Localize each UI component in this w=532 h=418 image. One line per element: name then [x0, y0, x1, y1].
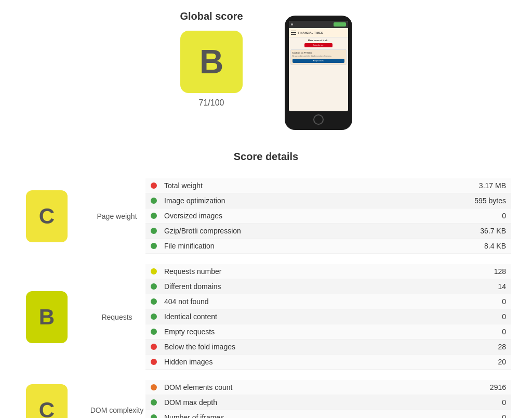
- table-row: Image optimization595 bytes: [145, 193, 511, 208]
- status-dot-green: [151, 314, 157, 320]
- phone-cookie-box: Cookies on FT Sites We use cookies and o…: [290, 49, 347, 65]
- score-details-title: Score details: [21, 151, 511, 163]
- table-row: Total weight3.17 MB: [145, 178, 511, 193]
- score-group-page-weight: CPage weightTotal weight3.17 MBImage opt…: [21, 178, 511, 254]
- global-score-title: Global score: [180, 10, 243, 22]
- status-dot-green: [151, 298, 157, 305]
- group-badge-dom-complexity: C: [26, 384, 68, 418]
- phone-nav: FINANCIAL TIMES: [289, 28, 348, 37]
- row-value: 3.17 MB: [459, 181, 506, 190]
- group-badge-area-page-weight: C: [21, 178, 73, 254]
- page-container: Global score B 71/100 FINANCIAL TIMES: [0, 0, 532, 418]
- status-dot-green: [151, 329, 157, 335]
- row-label: Empty requests: [164, 328, 459, 336]
- phone-accept-btn: Accept cookies: [292, 59, 344, 63]
- score-group-requests: BRequestsRequests number128Different dom…: [21, 264, 511, 370]
- row-label: Gzip/Brotli compression: [164, 227, 459, 235]
- hamburger-icon: [291, 31, 296, 35]
- score-group-dom-complexity: CDOM complexityDOM elements count2916DOM…: [21, 380, 511, 418]
- table-row: File minification8.4 KB: [145, 239, 511, 254]
- row-label: Number of iframes: [164, 413, 459, 418]
- status-dot-green: [151, 243, 157, 249]
- score-groups: CPage weightTotal weight3.17 MBImage opt…: [21, 178, 511, 418]
- phone-battery: [334, 22, 346, 27]
- row-label: Image optimization: [164, 197, 459, 205]
- status-dot-red: [151, 182, 157, 189]
- status-dot-green: [151, 213, 157, 219]
- status-dot-green: [151, 414, 157, 418]
- row-label: Identical content: [164, 312, 459, 321]
- header-section: Global score B 71/100 FINANCIAL TIMES: [21, 10, 511, 130]
- row-value: 0: [459, 413, 506, 418]
- phone-home-button: [313, 114, 324, 125]
- row-value: 0: [459, 398, 506, 407]
- status-dot-green: [151, 283, 157, 290]
- phone-content: Make sense of it all... Subscribe now Co…: [289, 37, 348, 111]
- row-label: Requests number: [164, 267, 459, 276]
- table-row: 404 not found0: [145, 294, 511, 309]
- group-badge-area-dom-complexity: C: [21, 380, 73, 418]
- status-dot-green: [151, 228, 157, 234]
- table-row: Empty requests0: [145, 324, 511, 339]
- phone-screen: FINANCIAL TIMES Make sense of it all... …: [289, 21, 348, 111]
- phone-cookie-title: Cookies on FT Sites: [292, 51, 344, 54]
- row-label: Total weight: [164, 181, 459, 190]
- group-rows-requests: Requests number128Different domains14404…: [145, 264, 511, 370]
- row-value: 28: [459, 343, 506, 351]
- global-score-area: Global score B 71/100: [180, 10, 243, 108]
- table-row: Hidden images20: [145, 355, 511, 370]
- table-row: Number of iframes0: [145, 410, 511, 418]
- status-dot-green: [151, 399, 157, 406]
- table-row: Gzip/Brotli compression36.7 KB: [145, 224, 511, 239]
- score-number: 71/100: [199, 98, 224, 108]
- group-badge-area-requests: B: [21, 264, 73, 370]
- global-score-badge: B: [180, 31, 243, 93]
- table-row: Requests number128: [145, 264, 511, 279]
- row-value: 0: [459, 212, 506, 220]
- group-badge-page-weight: C: [26, 190, 68, 242]
- phone-headline: Make sense of it all...: [290, 39, 347, 42]
- row-label: Below the fold images: [164, 343, 459, 351]
- group-label-dom-complexity: DOM complexity: [83, 380, 145, 418]
- phone-status-dot: [291, 23, 293, 25]
- row-value: 0: [459, 328, 506, 336]
- table-row: Oversized images0: [145, 208, 511, 224]
- group-rows-dom-complexity: DOM elements count2916DOM max depth0Numb…: [145, 380, 511, 418]
- row-label: Oversized images: [164, 212, 459, 220]
- row-value: 20: [459, 358, 506, 366]
- group-label-page-weight: Page weight: [83, 178, 145, 254]
- status-dot-green: [151, 198, 157, 204]
- row-label: File minification: [164, 242, 459, 250]
- group-badge-requests: B: [26, 291, 68, 343]
- row-value: 595 bytes: [459, 197, 506, 205]
- score-letter: B: [200, 43, 223, 81]
- table-row: DOM elements count2916: [145, 380, 511, 395]
- row-value: 14: [459, 282, 506, 291]
- row-label: Different domains: [164, 282, 459, 291]
- table-row: DOM max depth0: [145, 395, 511, 410]
- row-value: 0: [459, 297, 506, 306]
- row-label: Hidden images: [164, 358, 459, 366]
- phone-mockup: FINANCIAL TIMES Make sense of it all... …: [285, 16, 352, 130]
- phone-subscribe-btn: Subscribe now: [304, 43, 332, 47]
- row-value: 2916: [459, 383, 506, 391]
- row-value: 0: [459, 312, 506, 321]
- status-dot-yellow: [151, 268, 157, 275]
- row-value: 8.4 KB: [459, 242, 506, 250]
- table-row: Identical content0: [145, 309, 511, 324]
- phone-cookie-text: We use cookies and other data for a numb…: [292, 55, 344, 57]
- group-label-requests: Requests: [83, 264, 145, 370]
- row-label: DOM max depth: [164, 398, 459, 407]
- table-row: Different domains14: [145, 279, 511, 294]
- phone-top-bar: [289, 21, 348, 28]
- group-rows-page-weight: Total weight3.17 MBImage optimization595…: [145, 178, 511, 254]
- row-label: DOM elements count: [164, 383, 459, 391]
- table-row: Below the fold images28: [145, 339, 511, 355]
- status-dot-red: [151, 344, 157, 350]
- row-label: 404 not found: [164, 297, 459, 306]
- status-dot-red: [151, 359, 157, 365]
- phone-brand-label: FINANCIAL TIMES: [298, 31, 323, 34]
- status-dot-orange: [151, 384, 157, 390]
- row-value: 128: [459, 267, 506, 276]
- row-value: 36.7 KB: [459, 227, 506, 235]
